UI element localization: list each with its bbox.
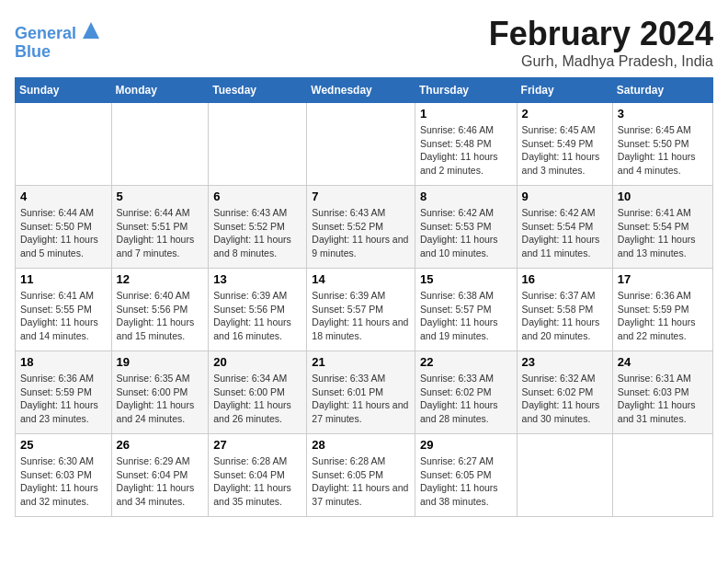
cell-day-number: 18 [20,355,107,369]
calendar-week-3: 18Sunrise: 6:36 AMSunset: 5:59 PMDayligh… [16,351,713,434]
cell-info: Sunrise: 6:37 AMSunset: 5:58 PMDaylight:… [522,289,608,343]
main-title: February 2024 [489,15,713,53]
calendar-cell: 10Sunrise: 6:41 AMSunset: 5:54 PMDayligh… [612,186,712,269]
cell-info: Sunrise: 6:32 AMSunset: 6:02 PMDaylight:… [522,372,608,426]
cell-info: Sunrise: 6:42 AMSunset: 5:54 PMDaylight:… [522,206,608,260]
cell-day-number: 7 [312,190,410,203]
calendar-cell: 11Sunrise: 6:41 AMSunset: 5:55 PMDayligh… [16,269,112,351]
cell-info: Sunrise: 6:45 AMSunset: 5:50 PMDaylight:… [618,123,708,178]
cell-day-number: 15 [420,272,512,286]
calendar-cell: 29Sunrise: 6:27 AMSunset: 6:05 PMDayligh… [415,434,517,517]
cell-info: Sunrise: 6:38 AMSunset: 5:57 PMDaylight:… [420,289,512,343]
calendar-cell [517,434,612,517]
cell-info: Sunrise: 6:28 AMSunset: 6:05 PMDaylight:… [312,454,410,509]
cell-day-number: 16 [522,272,608,286]
calendar-cell: 22Sunrise: 6:33 AMSunset: 6:02 PMDayligh… [415,351,517,434]
cell-day-number: 3 [618,107,708,121]
cell-day-number: 2 [522,107,608,121]
calendar-cell: 27Sunrise: 6:28 AMSunset: 6:04 PMDayligh… [209,434,307,517]
cell-info: Sunrise: 6:39 AMSunset: 5:56 PMDaylight:… [213,289,301,343]
calendar-cell: 3Sunrise: 6:45 AMSunset: 5:50 PMDaylight… [612,103,712,186]
cell-info: Sunrise: 6:43 AMSunset: 5:52 PMDaylight:… [312,206,410,260]
calendar-cell: 21Sunrise: 6:33 AMSunset: 6:01 PMDayligh… [307,351,415,434]
header: General Blue February 2024 Gurh, Madhya … [15,15,713,70]
logo-text: General [15,22,99,43]
calendar-cell: 15Sunrise: 6:38 AMSunset: 5:57 PMDayligh… [415,269,517,351]
cell-day-number: 4 [20,190,107,203]
cell-info: Sunrise: 6:44 AMSunset: 5:51 PMDaylight:… [117,206,204,260]
calendar-cell: 7Sunrise: 6:43 AMSunset: 5:52 PMDaylight… [307,186,415,269]
cell-day-number: 6 [213,190,301,203]
calendar-cell [307,103,415,186]
calendar-week-4: 25Sunrise: 6:30 AMSunset: 6:03 PMDayligh… [16,434,713,517]
cell-day-number: 21 [312,355,410,369]
header-day-thursday: Thursday [415,78,517,103]
calendar-cell [612,434,712,517]
calendar-cell [16,103,112,186]
cell-day-number: 20 [213,355,301,369]
calendar-cell: 5Sunrise: 6:44 AMSunset: 5:51 PMDaylight… [111,186,209,269]
cell-info: Sunrise: 6:28 AMSunset: 6:04 PMDaylight:… [213,454,301,509]
cell-day-number: 12 [117,272,204,286]
calendar-cell: 1Sunrise: 6:46 AMSunset: 5:48 PMDaylight… [415,103,517,186]
sub-title: Gurh, Madhya Pradesh, India [489,53,713,70]
calendar-cell: 26Sunrise: 6:29 AMSunset: 6:04 PMDayligh… [111,434,209,517]
calendar-cell: 8Sunrise: 6:42 AMSunset: 5:53 PMDaylight… [415,186,517,269]
header-day-sunday: Sunday [16,78,112,103]
cell-day-number: 19 [117,355,204,369]
header-day-friday: Friday [517,78,612,103]
cell-info: Sunrise: 6:27 AMSunset: 6:05 PMDaylight:… [420,454,512,509]
cell-info: Sunrise: 6:40 AMSunset: 5:56 PMDaylight:… [117,289,204,343]
cell-day-number: 13 [213,272,301,286]
calendar-cell: 28Sunrise: 6:28 AMSunset: 6:05 PMDayligh… [307,434,415,517]
logo-icon [83,22,99,39]
cell-info: Sunrise: 6:34 AMSunset: 6:00 PMDaylight:… [213,372,301,426]
cell-info: Sunrise: 6:30 AMSunset: 6:03 PMDaylight:… [20,454,107,509]
calendar-cell: 25Sunrise: 6:30 AMSunset: 6:03 PMDayligh… [16,434,112,517]
header-day-monday: Monday [111,78,209,103]
cell-info: Sunrise: 6:33 AMSunset: 6:01 PMDaylight:… [312,372,410,426]
calendar-week-0: 1Sunrise: 6:46 AMSunset: 5:48 PMDaylight… [16,103,713,186]
header-day-saturday: Saturday [612,78,712,103]
calendar-cell [209,103,307,186]
title-area: February 2024 Gurh, Madhya Pradesh, Indi… [489,15,713,70]
cell-info: Sunrise: 6:41 AMSunset: 5:54 PMDaylight:… [618,206,708,260]
cell-day-number: 9 [522,190,608,203]
cell-info: Sunrise: 6:39 AMSunset: 5:57 PMDaylight:… [312,289,410,343]
cell-day-number: 10 [618,190,708,203]
cell-info: Sunrise: 6:36 AMSunset: 5:59 PMDaylight:… [618,289,708,343]
calendar-cell: 17Sunrise: 6:36 AMSunset: 5:59 PMDayligh… [612,269,712,351]
logo: General Blue [15,22,99,62]
cell-info: Sunrise: 6:43 AMSunset: 5:52 PMDaylight:… [213,206,301,260]
calendar-cell [111,103,209,186]
svg-marker-0 [83,22,99,39]
calendar-cell: 24Sunrise: 6:31 AMSunset: 6:03 PMDayligh… [612,351,712,434]
header-day-tuesday: Tuesday [209,78,307,103]
calendar-cell: 6Sunrise: 6:43 AMSunset: 5:52 PMDaylight… [209,186,307,269]
calendar-header-row: SundayMondayTuesdayWednesdayThursdayFrid… [16,78,713,103]
cell-info: Sunrise: 6:31 AMSunset: 6:03 PMDaylight:… [618,372,708,426]
cell-day-number: 8 [420,190,512,203]
calendar-cell: 12Sunrise: 6:40 AMSunset: 5:56 PMDayligh… [111,269,209,351]
cell-info: Sunrise: 6:42 AMSunset: 5:53 PMDaylight:… [420,206,512,260]
cell-day-number: 26 [117,438,204,452]
calendar-cell: 2Sunrise: 6:45 AMSunset: 5:49 PMDaylight… [517,103,612,186]
cell-day-number: 28 [312,438,410,452]
cell-info: Sunrise: 6:35 AMSunset: 6:00 PMDaylight:… [117,372,204,426]
calendar-cell: 4Sunrise: 6:44 AMSunset: 5:50 PMDaylight… [16,186,112,269]
calendar-cell: 23Sunrise: 6:32 AMSunset: 6:02 PMDayligh… [517,351,612,434]
calendar-cell: 13Sunrise: 6:39 AMSunset: 5:56 PMDayligh… [209,269,307,351]
cell-day-number: 25 [20,438,107,452]
cell-day-number: 24 [618,355,708,369]
cell-day-number: 5 [117,190,204,203]
calendar-table: SundayMondayTuesdayWednesdayThursdayFrid… [15,77,713,517]
cell-day-number: 23 [522,355,608,369]
cell-info: Sunrise: 6:36 AMSunset: 5:59 PMDaylight:… [20,372,107,426]
cell-info: Sunrise: 6:29 AMSunset: 6:04 PMDaylight:… [117,454,204,509]
cell-info: Sunrise: 6:33 AMSunset: 6:02 PMDaylight:… [420,372,512,426]
logo-blue: Blue [15,43,99,62]
cell-day-number: 1 [420,107,512,121]
calendar-cell: 16Sunrise: 6:37 AMSunset: 5:58 PMDayligh… [517,269,612,351]
header-day-wednesday: Wednesday [307,78,415,103]
calendar-week-1: 4Sunrise: 6:44 AMSunset: 5:50 PMDaylight… [16,186,713,269]
